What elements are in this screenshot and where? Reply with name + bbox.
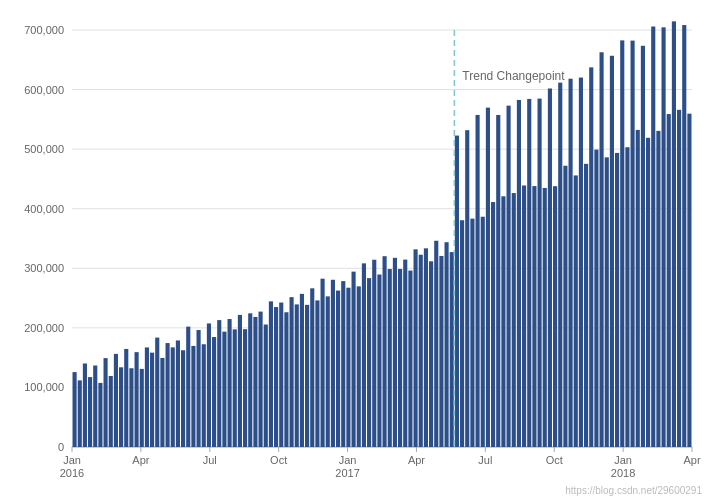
svg-text:Apr: Apr: [683, 454, 700, 466]
svg-text:700,000: 700,000: [24, 24, 64, 36]
svg-rect-52: [135, 352, 139, 447]
svg-rect-93: [346, 288, 350, 447]
svg-rect-137: [574, 175, 578, 447]
svg-rect-109: [429, 261, 433, 447]
svg-text:400,000: 400,000: [24, 203, 64, 215]
svg-rect-60: [176, 340, 180, 447]
svg-rect-87: [315, 300, 319, 447]
svg-rect-142: [600, 52, 604, 447]
svg-rect-155: [667, 114, 671, 447]
svg-text:2017: 2017: [335, 467, 359, 479]
svg-rect-66: [207, 323, 211, 447]
svg-rect-89: [326, 296, 330, 447]
svg-text:2018: 2018: [611, 467, 635, 479]
svg-rect-108: [424, 248, 428, 447]
svg-text:600,000: 600,000: [24, 84, 64, 96]
svg-rect-140: [589, 67, 593, 447]
svg-rect-102: [393, 258, 397, 447]
svg-rect-53: [140, 369, 144, 447]
svg-rect-147: [625, 147, 629, 447]
svg-rect-51: [129, 368, 133, 447]
svg-text:Jan: Jan: [63, 454, 81, 466]
svg-rect-99: [377, 275, 381, 447]
svg-rect-50: [124, 349, 128, 447]
svg-rect-56: [155, 338, 159, 447]
svg-rect-126: [517, 100, 521, 447]
svg-text:Apr: Apr: [132, 454, 149, 466]
svg-rect-67: [212, 337, 216, 447]
svg-rect-136: [569, 79, 573, 447]
svg-rect-103: [398, 269, 402, 447]
svg-text:Jan: Jan: [339, 454, 357, 466]
svg-rect-106: [414, 249, 418, 447]
svg-rect-82: [290, 297, 294, 447]
svg-rect-130: [538, 99, 542, 447]
svg-rect-84: [300, 294, 304, 447]
svg-rect-115: [460, 220, 464, 447]
svg-rect-75: [253, 317, 257, 447]
svg-rect-123: [501, 196, 505, 447]
svg-rect-79: [274, 307, 278, 447]
svg-rect-71: [233, 329, 237, 447]
svg-rect-131: [543, 188, 547, 447]
svg-rect-151: [646, 138, 650, 447]
svg-rect-132: [548, 88, 552, 447]
svg-text:Apr: Apr: [408, 454, 425, 466]
svg-text:Oct: Oct: [546, 454, 563, 466]
svg-rect-117: [470, 219, 474, 447]
svg-rect-100: [383, 256, 387, 447]
svg-rect-55: [150, 353, 154, 447]
svg-rect-125: [512, 193, 516, 447]
svg-rect-157: [677, 110, 681, 447]
svg-rect-88: [321, 279, 325, 447]
svg-rect-153: [656, 131, 660, 447]
svg-rect-86: [310, 288, 314, 447]
svg-rect-110: [434, 241, 438, 447]
svg-rect-40: [73, 372, 77, 447]
svg-rect-148: [631, 41, 635, 447]
svg-rect-120: [486, 108, 490, 447]
svg-text:Jul: Jul: [478, 454, 492, 466]
svg-rect-69: [222, 332, 226, 447]
svg-rect-134: [558, 83, 562, 447]
svg-rect-61: [181, 350, 185, 447]
svg-rect-68: [217, 320, 221, 447]
svg-rect-81: [284, 312, 288, 447]
svg-rect-128: [527, 99, 531, 447]
svg-rect-90: [331, 280, 335, 447]
svg-rect-122: [496, 115, 500, 447]
svg-rect-144: [610, 56, 614, 447]
svg-rect-96: [362, 263, 366, 447]
svg-rect-116: [465, 130, 469, 447]
svg-rect-64: [197, 330, 201, 447]
svg-rect-85: [305, 305, 309, 447]
svg-rect-154: [662, 27, 666, 447]
svg-rect-156: [672, 21, 676, 447]
chart-container: 0100,000200,000300,000400,000500,000600,…: [0, 0, 712, 502]
svg-rect-104: [403, 260, 407, 447]
svg-text:https://blog.csdn.net/29600291: https://blog.csdn.net/29600291: [565, 485, 702, 496]
svg-rect-119: [481, 217, 485, 447]
svg-rect-62: [186, 327, 190, 447]
svg-text:200,000: 200,000: [24, 322, 64, 334]
svg-rect-139: [584, 164, 588, 447]
svg-rect-49: [119, 367, 123, 447]
svg-rect-72: [238, 315, 242, 447]
svg-rect-47: [109, 376, 113, 447]
svg-rect-159: [687, 114, 691, 447]
svg-rect-59: [171, 347, 175, 447]
svg-rect-133: [553, 186, 557, 447]
svg-rect-83: [295, 304, 299, 447]
svg-text:300,000: 300,000: [24, 262, 64, 274]
svg-rect-112: [445, 242, 449, 447]
svg-rect-48: [114, 354, 118, 447]
svg-rect-44: [93, 366, 97, 447]
svg-rect-141: [594, 150, 598, 447]
svg-rect-138: [579, 78, 583, 447]
svg-rect-74: [248, 313, 252, 447]
svg-rect-41: [78, 380, 82, 447]
svg-rect-46: [104, 358, 108, 447]
svg-rect-129: [532, 186, 536, 447]
svg-rect-65: [202, 344, 206, 447]
svg-text:500,000: 500,000: [24, 143, 64, 155]
